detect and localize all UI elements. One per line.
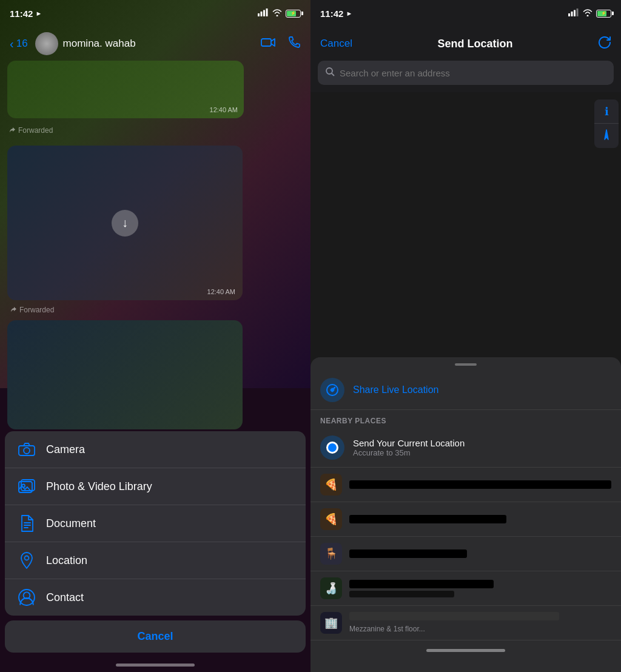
place-name-5 [349, 612, 559, 620]
phone-call-button[interactable] [287, 36, 301, 52]
map-background [310, 92, 621, 402]
cancel-label: Cancel [137, 630, 173, 642]
map-view: ℹ [310, 92, 621, 402]
place-name-redacted-1 [349, 480, 611, 489]
video-message[interactable]: ↓ 12:40 AM [7, 146, 243, 300]
place-sublabel-5: Mezzanine & 1st floor... [349, 625, 425, 633]
cancel-button[interactable]: Cancel [5, 620, 306, 653]
svg-rect-3 [266, 8, 268, 16]
place-name-redacted-2 [349, 515, 506, 523]
refresh-button[interactable] [598, 36, 611, 52]
current-location-item[interactable]: Send Your Current Location Accurate to 3… [310, 428, 621, 468]
home-indicator-right [310, 643, 621, 657]
current-location-icon [320, 435, 344, 460]
back-button[interactable]: ‹ 16 [10, 37, 28, 51]
info-icon: ℹ [605, 105, 609, 118]
document-icon [17, 514, 36, 533]
map-controls: ℹ [594, 99, 621, 148]
action-location[interactable]: Location [5, 542, 306, 579]
location-label: Location [46, 554, 87, 567]
send-location-title: Send Location [437, 38, 512, 50]
location-bottom-sheet: Share Live Location NEARBY PLACES Send Y… [310, 357, 621, 672]
map-location-button[interactable] [594, 124, 619, 148]
svg-rect-1 [261, 12, 263, 16]
contact-label: Contact [46, 591, 84, 604]
place-icon-chair: 🪑 [320, 543, 342, 565]
svg-point-6 [24, 448, 30, 454]
search-bar[interactable] [318, 61, 614, 85]
nearby-place-5[interactable]: 🏢 Mezzanine & 1st floor... [310, 606, 621, 640]
action-camera[interactable]: Camera [5, 431, 306, 468]
action-document[interactable]: Document [5, 505, 306, 542]
action-contact[interactable]: Contact [5, 579, 306, 616]
nearby-place-1[interactable]: 🍕 [310, 468, 621, 502]
msg-timestamp-2: 12:40 AM [207, 288, 235, 295]
svg-point-20 [326, 68, 332, 74]
contact-icon [17, 588, 36, 607]
current-location-text: Send Your Current Location Accurate to 3… [353, 438, 611, 457]
nearby-label: NEARBY PLACES [320, 417, 386, 425]
send-location-cancel-button[interactable]: Cancel [320, 38, 352, 50]
place-name-redacted-4b [349, 591, 454, 597]
image-message-1: 12:40 AM [7, 61, 244, 118]
msg-timestamp-1: 12:40 AM [210, 106, 238, 113]
share-live-location-item[interactable]: Share Live Location [310, 371, 621, 410]
signal-icon [258, 8, 269, 18]
home-bar [116, 664, 195, 667]
left-status-bar: 11:42 ► ⚡ [0, 0, 310, 27]
svg-rect-19 [577, 8, 579, 16]
camera-icon [17, 440, 36, 459]
back-chevron-icon: ‹ [10, 37, 14, 51]
partial-message [7, 320, 243, 429]
right-battery-icon: ⚡ [596, 10, 611, 18]
document-label: Document [46, 517, 96, 530]
left-time: 11:42 ► [10, 8, 42, 19]
contact-name: momina. wahab [63, 38, 136, 50]
share-live-label: Share Live Location [353, 385, 438, 395]
left-status-icons: ⚡ [258, 8, 301, 19]
forwarded-label-1: Forwarded [8, 126, 53, 135]
wifi-icon [272, 8, 282, 19]
svg-rect-16 [568, 13, 570, 16]
sheet-handle [310, 357, 621, 371]
action-items-list: Camera Photo & Video Library Document [5, 431, 306, 616]
right-location-icon: ► [346, 10, 352, 17]
download-icon: ↓ [122, 216, 128, 230]
location-dot [326, 442, 338, 454]
place-icon-pizza-1: 🍕 [320, 474, 342, 496]
map-info-button[interactable]: ℹ [594, 99, 619, 124]
svg-rect-18 [574, 10, 576, 17]
photo-library-icon [17, 477, 36, 496]
nav-actions [261, 36, 301, 52]
forwarded-label-2: Forwarded [10, 306, 54, 314]
current-location-main: Send Your Current Location [353, 438, 611, 448]
right-time: 11:42 ► [320, 8, 352, 19]
right-status-bar: 11:42 ► ⚡ [310, 0, 621, 27]
home-indicator [0, 657, 310, 672]
location-arrow-icon: ► [35, 10, 42, 17]
svg-point-13 [25, 556, 29, 560]
svg-line-21 [332, 73, 334, 76]
place-icon-building: 🏢 [320, 612, 342, 634]
nearby-section: NEARBY PLACES [310, 410, 621, 428]
current-location-sub: Accurate to 35m [353, 448, 611, 457]
place-icon-bottle: 🍶 [320, 577, 342, 599]
contact-info[interactable]: momina. wahab [35, 32, 136, 55]
video-call-button[interactable] [261, 37, 275, 51]
svg-rect-4 [261, 39, 271, 46]
download-button[interactable]: ↓ [112, 210, 138, 237]
location-pin-icon [17, 551, 36, 570]
battery-icon: ⚡ [286, 10, 301, 18]
svg-rect-17 [571, 12, 573, 16]
share-live-icon-wrap [320, 378, 344, 402]
search-icon [325, 67, 335, 79]
nearby-place-3[interactable]: 🪑 [310, 537, 621, 571]
svg-rect-0 [258, 13, 260, 16]
nearby-place-4[interactable]: 🍶 [310, 571, 621, 606]
right-panel: 11:42 ► ⚡ Cancel Send Location [310, 0, 621, 672]
nearby-place-2[interactable]: 🍕 [310, 502, 621, 537]
handle-bar [455, 363, 477, 366]
action-photo-video[interactable]: Photo & Video Library [5, 468, 306, 505]
action-sheet: Camera Photo & Video Library Document [0, 431, 310, 672]
address-search-input[interactable] [340, 68, 606, 78]
